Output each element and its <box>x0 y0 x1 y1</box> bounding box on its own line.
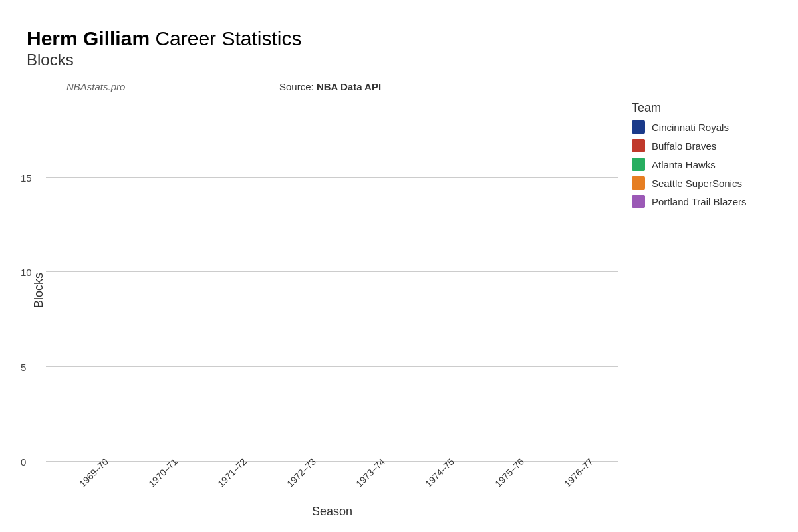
legend-item-label: Atlanta Hawks <box>652 159 716 170</box>
legend-swatch <box>632 120 645 134</box>
legend-items: Cincinnati RoyalsBuffalo BravesAtlanta H… <box>632 120 771 208</box>
legend-swatch <box>632 139 645 152</box>
x-label-group: 1974–75 <box>406 464 467 503</box>
legend-item-label: Cincinnati Royals <box>652 122 729 133</box>
legend: Team Cincinnati RoyalsBuffalo BravesAtla… <box>618 81 771 519</box>
main-title: Herm Gilliam Career Statistics <box>27 27 771 51</box>
legend-swatch <box>632 176 645 190</box>
legend-item-label: Portland Trail Blazers <box>652 196 747 207</box>
legend-item: Atlanta Hawks <box>632 158 771 171</box>
x-label-group: 1971–72 <box>198 464 259 503</box>
source-label: Source: NBA Data API <box>279 81 381 92</box>
chart-main: NBAstats.pro Source: NBA Data API Blocks… <box>27 81 618 519</box>
watermark: NBAstats.pro <box>66 81 125 92</box>
grid-line: 0 <box>46 461 618 462</box>
bars-container <box>46 101 618 461</box>
legend-item: Seattle SuperSonics <box>632 176 771 190</box>
legend-item-label: Seattle SuperSonics <box>652 178 742 189</box>
grid-tick-label: 15 <box>21 172 32 183</box>
legend-item: Portland Trail Blazers <box>632 195 771 208</box>
x-label-group: 1970–71 <box>128 464 190 503</box>
x-label-group: 1969–70 <box>59 464 120 503</box>
grid-tick-label: 10 <box>21 267 32 278</box>
grid-tick-label: 0 <box>21 456 26 467</box>
grid-and-bars: 051015 <box>46 101 618 461</box>
legend-swatch <box>632 195 645 208</box>
x-label-group: 1972–73 <box>267 464 328 503</box>
x-label-group: 1975–76 <box>475 464 536 503</box>
x-label-group: 1973–74 <box>336 464 398 503</box>
title-rest: Career Statistics <box>150 27 301 49</box>
legend-title: Team <box>632 101 771 115</box>
legend-swatch <box>632 158 645 171</box>
graph-wrapper: Blocks 051015 1969–701970–711971–721972–… <box>27 101 618 519</box>
y-axis-label: Blocks <box>27 101 46 479</box>
title-player: Herm Gilliam <box>27 27 150 49</box>
subtitle: Blocks <box>27 51 771 69</box>
page-container: Herm Gilliam Career Statistics Blocks NB… <box>0 0 798 532</box>
x-label-group: 1976–77 <box>544 464 605 503</box>
legend-item: Buffalo Braves <box>632 139 771 152</box>
legend-item-label: Buffalo Braves <box>652 140 716 152</box>
x-axis: 1969–701970–711971–721972–731973–741974–… <box>46 464 618 503</box>
title-section: Herm Gilliam Career Statistics Blocks <box>27 27 771 69</box>
grid-tick-label: 5 <box>21 361 26 372</box>
graph-inner: 051015 1969–701970–711971–721972–731973–… <box>46 101 618 519</box>
legend-item: Cincinnati Royals <box>632 120 771 134</box>
x-axis-title: Season <box>46 505 618 519</box>
chart-area: NBAstats.pro Source: NBA Data API Blocks… <box>27 81 771 519</box>
